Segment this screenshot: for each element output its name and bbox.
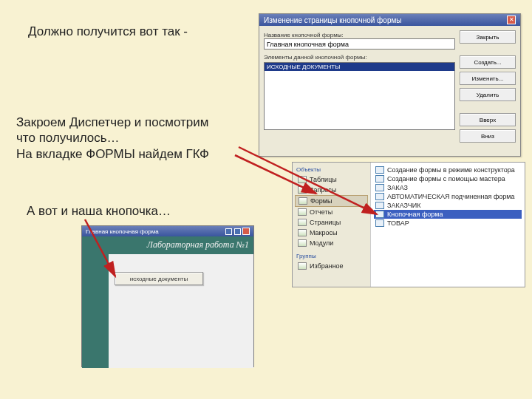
switchboard-window: Главная кнопочная форма Лабораторная раб… [81, 225, 254, 367]
groups-header: Группы [295, 251, 368, 261]
form-icon [375, 219, 384, 227]
caption-3: А вот и наша кнопочка… [27, 203, 171, 219]
caption-1: Должно получится вот так - [28, 24, 188, 39]
caption-2b: что получилось… [16, 130, 209, 146]
nav-reports[interactable]: Отчеты [295, 207, 368, 217]
form-zakaz[interactable]: ЗАКАЗ [374, 183, 522, 192]
form-switchboard[interactable]: Кнопочная форма [374, 210, 522, 219]
form-title-text: Главная кнопочная форма [86, 228, 159, 235]
label-form-name: Название кнопочной формы: [264, 32, 455, 38]
listbox-elements[interactable]: ИСХОДНЫЕ ДОКУМЕНТЫ [264, 62, 455, 130]
input-form-name[interactable] [264, 38, 455, 50]
nav-tables[interactable]: Таблицы [295, 174, 368, 185]
button-down[interactable]: Вниз [460, 129, 516, 143]
nav-modules[interactable]: Модули [295, 238, 368, 248]
nav-favorites[interactable]: Избранное [295, 261, 368, 271]
wizard-icon [375, 166, 384, 174]
nav-forms[interactable]: Формы [295, 195, 368, 207]
query-icon [298, 186, 307, 194]
form-icon [375, 202, 384, 209]
form-icon [299, 197, 307, 205]
form-titlebar: Главная кнопочная форма [82, 226, 253, 236]
close-icon[interactable] [242, 228, 250, 235]
maximize-icon[interactable] [234, 228, 241, 235]
caption-2a: Закроем Диспетчер и посмотрим [16, 115, 209, 130]
form-header-label: Лабораторная работа №1 [82, 236, 253, 254]
page-icon [298, 219, 307, 226]
close-icon[interactable]: ✕ [507, 16, 516, 24]
dialog-switchboard-edit: Изменение страницы кнопочной формы ✕ Наз… [259, 13, 521, 157]
form-tovar[interactable]: ТОВАР [374, 219, 522, 228]
database-objects-panel: Объекты Таблицы Запросы Формы Отчеты Стр… [292, 162, 525, 287]
dialog-titlebar: Изменение страницы кнопочной формы ✕ [259, 14, 520, 26]
minimize-icon[interactable] [225, 228, 232, 235]
label-elements: Элементы данной кнопочной формы: [264, 54, 455, 61]
table-icon [298, 176, 307, 183]
form-sidebar [82, 254, 109, 368]
form-icon [375, 184, 384, 191]
wizard-icon [375, 175, 384, 183]
switchboard-button[interactable]: исходные документы [115, 272, 203, 285]
button-up[interactable]: Вверх [460, 113, 516, 126]
caption-2c: На вкладке ФОРМЫ найдем ГКФ [16, 146, 209, 162]
report-icon [298, 208, 307, 216]
objects-header: Объекты [295, 165, 368, 174]
nav-macros[interactable]: Макросы [295, 228, 368, 238]
form-zakazchik[interactable]: ЗАКАЗЧИК [374, 201, 522, 210]
create-form-designer[interactable]: Создание формы в режиме конструктора [374, 166, 522, 174]
form-icon [375, 211, 384, 218]
folder-icon [298, 262, 307, 270]
create-form-wizard[interactable]: Создание формы с помощью мастера [374, 174, 522, 183]
macro-icon [298, 229, 307, 236]
dialog-title-text: Изменение страницы кнопочной формы [264, 16, 402, 24]
button-edit[interactable]: Изменить... [460, 72, 516, 85]
button-close[interactable]: Закрыть [460, 30, 516, 44]
form-auto-sub[interactable]: АВТОМАТИЧЕСКАЯ подчиненная форма [374, 192, 522, 201]
module-icon [298, 239, 307, 247]
button-create[interactable]: Создать... [460, 55, 516, 69]
button-delete[interactable]: Удалить [460, 88, 516, 101]
nav-queries[interactable]: Запросы [295, 185, 368, 195]
form-icon [375, 193, 384, 200]
listbox-item-selected[interactable]: ИСХОДНЫЕ ДОКУМЕНТЫ [265, 63, 454, 71]
nav-pages[interactable]: Страницы [295, 217, 368, 228]
